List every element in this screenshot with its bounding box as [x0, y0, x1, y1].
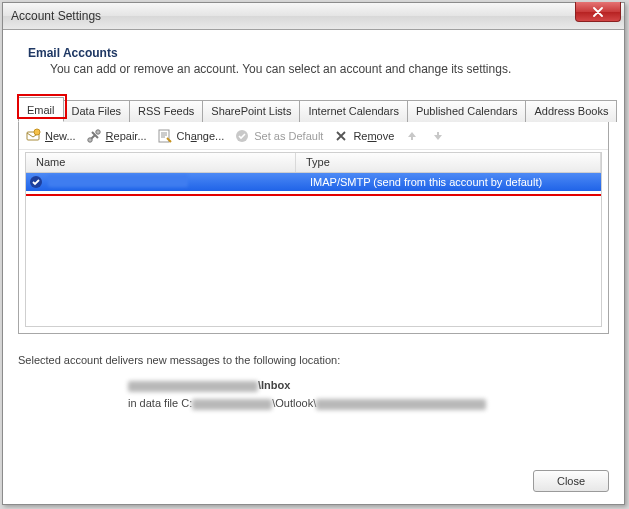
account-settings-window: Account Settings Email Accounts You can …	[2, 2, 625, 505]
repair-icon	[86, 128, 102, 144]
tab-label: Published Calendars	[416, 105, 518, 117]
toolbar-change[interactable]: Change...	[157, 128, 225, 144]
tab-label: RSS Feeds	[138, 105, 194, 117]
tab-panel-email: New... Repair... Change...	[18, 122, 609, 334]
dialog-content: Email Accounts You can add or remove an …	[3, 30, 624, 504]
change-icon	[157, 128, 173, 144]
arrow-down-icon	[430, 128, 446, 144]
column-header-name[interactable]: Name	[26, 153, 296, 172]
tab-address-books[interactable]: Address Books	[525, 100, 617, 122]
svg-rect-4	[159, 130, 169, 142]
section-heading: Email Accounts	[28, 46, 609, 60]
toolbar-repair[interactable]: Repair...	[86, 128, 147, 144]
default-account-check-icon	[26, 175, 46, 189]
redacted-text	[128, 381, 258, 392]
tab-label: SharePoint Lists	[211, 105, 291, 117]
close-button[interactable]: Close	[533, 470, 609, 492]
toolbar-move-up	[404, 128, 420, 144]
tab-label: Address Books	[534, 105, 608, 117]
titlebar: Account Settings	[3, 3, 624, 30]
delivery-datafile: in data file C:\Outlook\	[128, 394, 609, 412]
list-header: Name Type	[26, 153, 601, 173]
button-label: Close	[557, 475, 585, 487]
tab-internet-calendars[interactable]: Internet Calendars	[299, 100, 408, 122]
account-type-cell: IMAP/SMTP (send from this account by def…	[308, 176, 601, 188]
tabs-container: Email Data Files RSS Feeds SharePoint Li…	[18, 96, 609, 334]
redacted-text	[316, 399, 486, 410]
tab-rss-feeds[interactable]: RSS Feeds	[129, 100, 203, 122]
svg-point-1	[34, 129, 40, 135]
tab-sharepoint-lists[interactable]: SharePoint Lists	[202, 100, 300, 122]
redacted-text	[192, 399, 272, 410]
toolbar-remove[interactable]: Remove	[333, 128, 394, 144]
svg-point-3	[87, 137, 91, 141]
dialog-button-row: Close	[18, 458, 609, 492]
delivery-intro: Selected account delivers new messages t…	[18, 354, 609, 366]
column-header-type[interactable]: Type	[296, 153, 601, 172]
new-icon	[25, 128, 41, 144]
toolbar-set-default: Set as Default	[234, 128, 323, 144]
tab-strip: Email Data Files RSS Feeds SharePoint Li…	[18, 96, 609, 122]
close-icon	[593, 7, 603, 17]
toolbar-move-down	[430, 128, 446, 144]
tab-label: Email	[27, 104, 55, 116]
window-title: Account Settings	[11, 9, 101, 23]
section-subheading: You can add or remove an account. You ca…	[50, 62, 609, 76]
redacted-text	[48, 175, 188, 187]
tab-email[interactable]: Email	[18, 97, 64, 122]
arrow-up-icon	[404, 128, 420, 144]
accounts-list[interactable]: Name Type IMAP/SMTP (send from this acco…	[25, 152, 602, 327]
account-row[interactable]: IMAP/SMTP (send from this account by def…	[26, 173, 601, 191]
account-name-cell	[46, 175, 308, 189]
accounts-toolbar: New... Repair... Change...	[19, 122, 608, 150]
tab-published-calendars[interactable]: Published Calendars	[407, 100, 527, 122]
window-close-button[interactable]	[575, 2, 621, 22]
delivery-location-info: Selected account delivers new messages t…	[18, 354, 609, 412]
check-circle-icon	[234, 128, 250, 144]
tab-data-files[interactable]: Data Files	[63, 100, 131, 122]
delivery-folder: \Inbox	[128, 376, 609, 394]
toolbar-label: Set as Default	[254, 130, 323, 142]
svg-point-2	[95, 129, 99, 133]
tab-label: Internet Calendars	[308, 105, 399, 117]
tab-label: Data Files	[72, 105, 122, 117]
remove-icon	[333, 128, 349, 144]
toolbar-new[interactable]: New...	[25, 128, 76, 144]
